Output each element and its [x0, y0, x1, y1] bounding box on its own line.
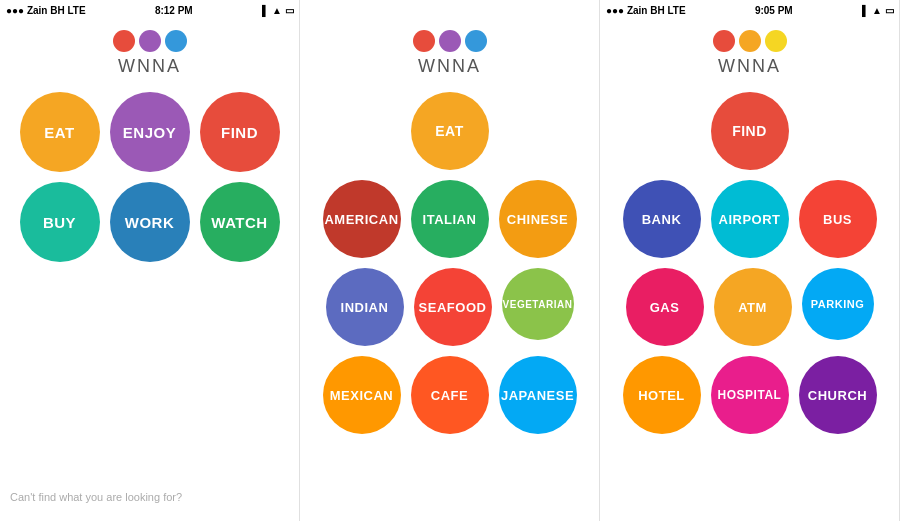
bubble-grid-3: FIND BANK AIRPORT BUS GAS ATM PARKING HO… — [600, 92, 899, 434]
logo-title-2: WNNA — [418, 56, 481, 77]
logo-circle-orange-3 — [739, 30, 761, 52]
panel-find: ●●● Zain BH LTE 9:05 PM ▌ ▲ ▭ WNNA FIND … — [600, 0, 900, 521]
bubble-chinese[interactable]: CHINESE — [499, 180, 577, 258]
bubble-hospital[interactable]: HOSPITAL — [711, 356, 789, 434]
cant-find-text: Can't find what you are looking for? — [10, 491, 182, 503]
bubble-indian[interactable]: INDIAN — [326, 268, 404, 346]
bubble-bus[interactable]: BUS — [799, 180, 877, 258]
logo-circle-red-2 — [413, 30, 435, 52]
bubble-bank[interactable]: BANK — [623, 180, 701, 258]
bubble-row-1-2: BUY WORK WATCH — [20, 182, 280, 262]
bubble-watch[interactable]: WATCH — [200, 182, 280, 262]
status-icons-2: ▌ ▲ ▭ — [862, 5, 894, 16]
wifi-icon: ▲ — [272, 5, 282, 16]
logo-area-1: WNNA — [113, 30, 187, 77]
bubble-seafood[interactable]: SEAFOOD — [414, 268, 492, 346]
bubble-vegetarian[interactable]: VEGETARIAN — [502, 268, 574, 340]
time-1: 8:12 PM — [155, 5, 193, 16]
logo-circle-blue — [165, 30, 187, 52]
battery-icon: ▭ — [285, 5, 294, 16]
logo-title-3: WNNA — [718, 56, 781, 77]
wifi-icon-2: ▲ — [872, 5, 882, 16]
signal-icon: ▌ — [262, 5, 269, 16]
bubble-grid-2: EAT AMERICAN ITALIAN CHINESE INDIAN SEAF… — [300, 92, 599, 434]
logo-circle-blue-2 — [465, 30, 487, 52]
bubble-row-2-1: AMERICAN ITALIAN CHINESE — [323, 180, 577, 258]
status-bar-2: ●●● Zain BH LTE 9:05 PM ▌ ▲ ▭ — [600, 0, 900, 20]
panel-eat: ●●● Zain BH LTE 9:05 PM ▌ ▲ ▭ WNNA EAT A… — [300, 0, 600, 521]
bubble-eat-top[interactable]: EAT — [411, 92, 489, 170]
bubble-row-3-1: BANK AIRPORT BUS — [623, 180, 877, 258]
carrier-1: ●●● Zain BH LTE — [6, 5, 86, 16]
logo-circle-purple — [139, 30, 161, 52]
bubble-row-1-1: EAT ENJOY FIND — [20, 92, 280, 172]
bubble-church[interactable]: CHURCH — [799, 356, 877, 434]
logo-circles-2 — [413, 30, 487, 52]
bubble-airport[interactable]: AIRPORT — [711, 180, 789, 258]
bubble-find-top[interactable]: FIND — [711, 92, 789, 170]
bubble-american[interactable]: AMERICAN — [323, 180, 401, 258]
logo-circle-red — [113, 30, 135, 52]
bubble-parking[interactable]: PARKING — [802, 268, 874, 340]
bubble-hotel[interactable]: HOTEL — [623, 356, 701, 434]
logo-circles-1 — [113, 30, 187, 52]
bubble-atm[interactable]: ATM — [714, 268, 792, 346]
bubble-row-2-2: INDIAN SEAFOOD VEGETARIAN — [326, 268, 574, 346]
bubble-italian[interactable]: ITALIAN — [411, 180, 489, 258]
battery-icon-2: ▭ — [885, 5, 894, 16]
bubble-row-top-2: EAT — [411, 92, 489, 170]
bubble-enjoy[interactable]: ENJOY — [110, 92, 190, 172]
logo-circles-3 — [713, 30, 787, 52]
bubble-mexican[interactable]: MEXICAN — [323, 356, 401, 434]
carrier-2: ●●● Zain BH LTE — [606, 5, 686, 16]
logo-circle-purple-2 — [439, 30, 461, 52]
logo-area-3: WNNA — [713, 30, 787, 77]
status-bar-1: ●●● Zain BH LTE 8:12 PM ▌ ▲ ▭ — [0, 0, 300, 20]
logo-circle-yellow-3 — [765, 30, 787, 52]
logo-title-1: WNNA — [118, 56, 181, 77]
bubble-japanese[interactable]: JAPANESE — [499, 356, 577, 434]
signal-icon-2: ▌ — [862, 5, 869, 16]
bubble-row-3-3: HOTEL HOSPITAL CHURCH — [623, 356, 877, 434]
bubble-buy[interactable]: BUY — [20, 182, 100, 262]
status-icons-1: ▌ ▲ ▭ — [262, 5, 294, 16]
bubble-gas[interactable]: GAS — [626, 268, 704, 346]
bubble-row-3-2: GAS ATM PARKING — [626, 268, 874, 346]
panel-main: ●●● Zain BH LTE 8:12 PM ▌ ▲ ▭ WNNA EAT E… — [0, 0, 300, 521]
bubble-row-top-3: FIND — [711, 92, 789, 170]
bubble-find[interactable]: FIND — [200, 92, 280, 172]
logo-area-2: WNNA — [413, 30, 487, 77]
bubble-work[interactable]: WORK — [110, 182, 190, 262]
bubble-grid-1: EAT ENJOY FIND BUY WORK WATCH — [0, 92, 299, 262]
bubble-row-2-3: MEXICAN CAFE JAPANESE — [323, 356, 577, 434]
bubble-eat[interactable]: EAT — [20, 92, 100, 172]
logo-circle-red-3 — [713, 30, 735, 52]
bubble-cafe[interactable]: CAFE — [411, 356, 489, 434]
time-2: 9:05 PM — [755, 5, 793, 16]
